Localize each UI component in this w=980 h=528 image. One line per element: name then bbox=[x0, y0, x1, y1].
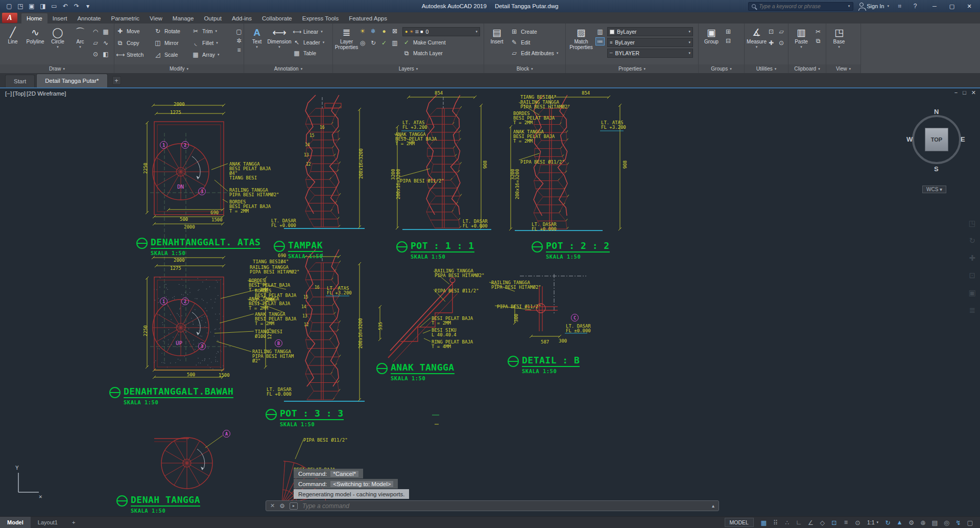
match-layer-button[interactable]: ⧉Match Layer bbox=[402, 49, 480, 58]
annotation-monitor-icon[interactable]: ⊕ bbox=[917, 518, 929, 527]
trim-button[interactable]: ✂Trim▾ bbox=[192, 27, 233, 36]
scale-sync-icon[interactable]: ↻ bbox=[882, 518, 894, 527]
isodraft-icon[interactable]: ◇ bbox=[817, 518, 828, 527]
explode-icon[interactable]: ✲ bbox=[235, 37, 243, 44]
circle-button[interactable]: ◯Circle▾ bbox=[46, 25, 69, 64]
array-button[interactable]: ▦Array▾ bbox=[192, 50, 233, 59]
compass-west[interactable]: W bbox=[906, 135, 913, 143]
hatch-icon[interactable]: ▦ bbox=[102, 28, 110, 38]
layer-isolate-icon[interactable]: ☀ bbox=[358, 28, 367, 38]
search-dropdown-icon[interactable]: ▾ bbox=[848, 4, 850, 8]
spline-icon[interactable]: ∿ bbox=[102, 39, 110, 50]
polyline-button[interactable]: ∿Polyline bbox=[24, 25, 46, 64]
object-color-select[interactable]: ByLayer▾ bbox=[607, 27, 693, 36]
ribbon-tab-annotate[interactable]: Annotate bbox=[72, 13, 106, 24]
selection-cycling-icon[interactable]: ⊙ bbox=[852, 518, 864, 527]
panel-title-block[interactable]: Block▾ bbox=[484, 64, 565, 73]
wcs-menu[interactable]: WCS ▾ bbox=[922, 186, 946, 193]
grid-icon[interactable]: ▦ bbox=[758, 518, 770, 527]
ungroup-icon[interactable]: ⊞ bbox=[724, 28, 732, 35]
panel-title-properties[interactable]: Properties▾ bbox=[566, 64, 698, 73]
command-history-toggle[interactable]: ▴ bbox=[712, 503, 714, 509]
create-block-button[interactable]: ⊞Create bbox=[510, 27, 558, 36]
help-icon[interactable]: ? bbox=[911, 3, 920, 10]
save-as-icon[interactable]: ◨ bbox=[38, 2, 48, 11]
move-button[interactable]: ✚Move bbox=[116, 27, 154, 36]
properties-list-icon[interactable]: ▥ bbox=[596, 28, 604, 35]
ribbon-tab-output[interactable]: Output bbox=[199, 13, 227, 24]
linetype-select[interactable]: ┄BYLAYER▾ bbox=[607, 49, 693, 58]
dimension-button[interactable]: ⟷Dimension▾ bbox=[268, 25, 291, 64]
linear-dimension-button[interactable]: ⟷Linear▾ bbox=[293, 27, 324, 36]
rotate-button[interactable]: ↻Rotate bbox=[154, 27, 192, 36]
copy-clip-icon[interactable]: ⧉ bbox=[814, 37, 822, 44]
model-space-button[interactable]: MODEL bbox=[725, 518, 754, 527]
ribbon-tab-express-tools[interactable]: Express Tools bbox=[297, 13, 344, 24]
nav-tool-icon[interactable]: ◳ bbox=[969, 219, 976, 228]
ribbon-tab-featured-apps[interactable]: Featured Apps bbox=[344, 13, 392, 24]
paste-button[interactable]: ▥Paste▾ bbox=[790, 25, 812, 64]
panel-title-groups[interactable]: Groups▾ bbox=[699, 64, 744, 73]
redo-icon[interactable]: ↷ bbox=[71, 2, 82, 11]
open-file-icon[interactable]: ◳ bbox=[15, 2, 26, 11]
base-button[interactable]: ◳Base▾ bbox=[828, 25, 850, 64]
copy-button[interactable]: ⧉Copy bbox=[116, 38, 154, 48]
edit-block-button[interactable]: ✎Edit bbox=[510, 38, 558, 47]
ribbon-tab-add-ins[interactable]: Add-ins bbox=[227, 13, 257, 24]
search-input[interactable] bbox=[759, 3, 845, 9]
point-icon[interactable]: ⊙ bbox=[91, 51, 100, 61]
ribbon-tab-manage[interactable]: Manage bbox=[168, 13, 199, 24]
erase-icon[interactable]: ▢ bbox=[235, 28, 243, 35]
close-button[interactable]: ✕ bbox=[961, 0, 978, 12]
snap-mode-icon[interactable]: ⠿ bbox=[770, 518, 781, 527]
layer-off-icon[interactable]: ● bbox=[380, 28, 388, 38]
layer-unisolate-icon[interactable]: ◎ bbox=[358, 39, 367, 50]
layer-lock-icon[interactable]: ⊠ bbox=[391, 28, 399, 38]
annotation-visibility-icon[interactable]: ▲ bbox=[894, 518, 905, 527]
doc-minimize-icon[interactable]: − bbox=[954, 89, 958, 96]
quick-calc-icon[interactable]: ▱ bbox=[777, 28, 785, 38]
selected-list-icon[interactable]: ≔ bbox=[596, 38, 604, 45]
compass-east[interactable]: E bbox=[961, 135, 965, 143]
minimize-button[interactable]: ─ bbox=[926, 0, 943, 12]
insert-button[interactable]: ▤Insert bbox=[486, 25, 508, 64]
table-button[interactable]: ▦Table bbox=[293, 49, 324, 58]
quick-select-icon[interactable]: ⊡ bbox=[767, 28, 775, 38]
undo-icon[interactable]: ↶ bbox=[60, 2, 70, 11]
layer-properties-button[interactable]: ≣Layer Properties bbox=[334, 25, 358, 64]
nav-tool-icon[interactable]: ✚ bbox=[969, 254, 976, 263]
infer-constraints-icon[interactable]: ∴ bbox=[781, 518, 793, 527]
ribbon-tab-parametric[interactable]: Parametric bbox=[106, 13, 145, 24]
ellipse-icon[interactable]: ◠ bbox=[91, 28, 100, 38]
compass-south[interactable]: S bbox=[934, 165, 939, 173]
offset-icon[interactable]: ≡ bbox=[235, 47, 243, 54]
make-current-button[interactable]: ✓Make Current bbox=[402, 38, 480, 47]
ortho-icon[interactable]: ∟ bbox=[793, 518, 805, 527]
viewport-visual-style-control[interactable]: [2D Wireframe] bbox=[27, 90, 66, 97]
ribbon-tab-collaborate[interactable]: Collaborate bbox=[257, 13, 297, 24]
viewport-view-control[interactable]: [Top] bbox=[13, 90, 26, 97]
new-drawing-button[interactable]: + bbox=[112, 76, 121, 85]
match-properties-button[interactable]: ▨Match Properties bbox=[567, 25, 595, 64]
arc-button[interactable]: ⌒Arc▾ bbox=[69, 25, 91, 64]
leader-button[interactable]: ↖Leader▾ bbox=[293, 38, 324, 47]
workspace-dropdown-icon[interactable]: ▾ bbox=[83, 2, 93, 11]
region-icon[interactable]: ◧ bbox=[102, 51, 110, 61]
model-space-viewport[interactable]: [−][Top][2D Wireframe] −□✕ N E S W TOP W… bbox=[0, 88, 980, 516]
new-layout-button[interactable]: + bbox=[65, 517, 82, 528]
layer-thaw-icon[interactable]: ↻ bbox=[369, 39, 377, 50]
panel-title-draw[interactable]: Draw▾ bbox=[0, 64, 114, 73]
app-store-icon[interactable]: ⌗ bbox=[895, 3, 904, 10]
panel-title-modify[interactable]: Modify▾ bbox=[114, 64, 244, 73]
model-tab[interactable]: Model bbox=[0, 517, 31, 528]
save-file-icon[interactable]: ▣ bbox=[27, 2, 37, 11]
group-edit-icon[interactable]: ⊟ bbox=[724, 37, 732, 44]
isolate-objects-icon[interactable]: ◎ bbox=[941, 518, 952, 527]
group-button[interactable]: ▣Group bbox=[700, 25, 723, 64]
annotation-scale-button[interactable]: 1:1▾ bbox=[864, 518, 882, 527]
layer-on-icon[interactable]: ✓ bbox=[380, 39, 388, 50]
id-point-icon[interactable]: ✚ bbox=[767, 39, 775, 50]
compass-north[interactable]: N bbox=[934, 108, 939, 116]
viewport-minimize-control[interactable]: [−] bbox=[5, 90, 12, 97]
nav-tool-icon[interactable]: ⊡ bbox=[969, 271, 976, 280]
